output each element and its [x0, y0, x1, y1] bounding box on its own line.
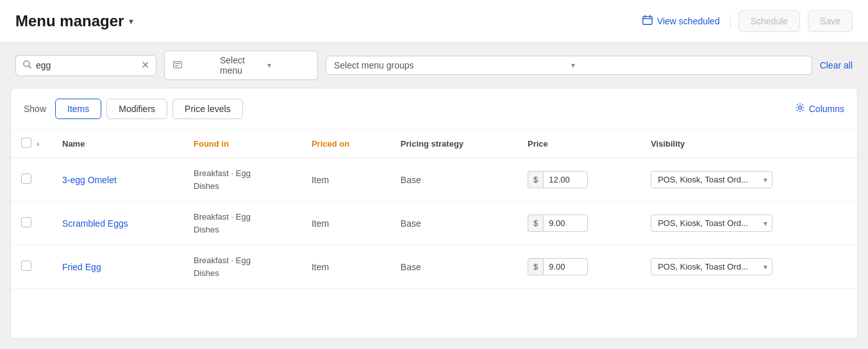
- table-header-row: › Name Found in Priced on Pricing strate…: [11, 130, 857, 158]
- svg-point-3: [798, 106, 801, 110]
- row-price-cell: $: [517, 245, 640, 289]
- row-checkbox-cell: [11, 158, 34, 202]
- table-row: Fried Egg Breakfast · Egg Dishes Item Ba…: [11, 245, 857, 289]
- row-price-cell: $: [517, 202, 640, 245]
- visibility-dropdown-wrapper: POS, Kiosk, Toast Ord...: [651, 215, 772, 232]
- calendar-icon: [642, 14, 653, 28]
- item-name-link[interactable]: Fried Egg: [62, 262, 101, 272]
- menu-icon: [172, 60, 215, 72]
- table-row: Scrambled Eggs Breakfast · Egg Dishes It…: [11, 202, 857, 245]
- row-visibility-cell: POS, Kiosk, Toast Ord...: [640, 202, 857, 245]
- row-checkbox[interactable]: [21, 174, 31, 184]
- expand-all-icon[interactable]: ›: [37, 139, 39, 149]
- select-groups-placeholder: Select menu groups: [334, 60, 566, 70]
- row-checkbox[interactable]: [21, 217, 31, 227]
- found-in-text: Breakfast · Egg Dishes: [194, 254, 291, 279]
- row-pricing-strategy-cell: Base: [390, 245, 517, 289]
- table-row: 3-egg Omelet Breakfast · Egg Dishes Item…: [11, 158, 857, 202]
- dollar-sign: $: [528, 215, 543, 232]
- th-expand: ›: [34, 130, 52, 158]
- th-pricing-strategy: Pricing strategy: [390, 130, 517, 158]
- th-found-in: Found in: [183, 130, 301, 158]
- show-label: Show: [24, 104, 46, 114]
- clear-search-icon[interactable]: ✕: [141, 60, 149, 70]
- price-input[interactable]: [543, 258, 588, 275]
- row-expand-cell: [34, 202, 52, 245]
- row-visibility-cell: POS, Kiosk, Toast Ord...: [640, 245, 857, 289]
- price-input[interactable]: [543, 215, 588, 232]
- view-scheduled-label: View scheduled: [657, 16, 720, 26]
- price-input-group: $: [528, 215, 630, 232]
- tab-modifiers[interactable]: Modifiers: [106, 99, 167, 119]
- save-button[interactable]: Save: [808, 10, 853, 32]
- tab-items[interactable]: Items: [55, 99, 101, 119]
- th-price: Price: [517, 130, 640, 158]
- row-visibility-cell: POS, Kiosk, Toast Ord...: [640, 158, 857, 202]
- item-name-link[interactable]: Scrambled Eggs: [62, 218, 128, 229]
- page-title: Menu manager: [15, 12, 124, 30]
- select-menu-placeholder: Select menu: [220, 55, 262, 76]
- top-actions: View scheduled Schedule Save: [642, 10, 853, 32]
- row-priced-on-cell: Item: [301, 158, 390, 202]
- show-bar: Show Items Modifiers Price levels Column…: [11, 88, 857, 130]
- th-checkbox: [11, 130, 34, 158]
- row-found-in-cell: Breakfast · Egg Dishes: [183, 202, 301, 245]
- visibility-dropdown-wrapper: POS, Kiosk, Toast Ord...: [651, 171, 772, 188]
- th-visibility: Visibility: [640, 130, 857, 158]
- row-pricing-strategy-cell: Base: [390, 202, 517, 245]
- visibility-select[interactable]: POS, Kiosk, Toast Ord...: [651, 171, 772, 188]
- row-checkbox-cell: [11, 202, 34, 245]
- visibility-select[interactable]: POS, Kiosk, Toast Ord...: [651, 258, 772, 275]
- tab-price-levels[interactable]: Price levels: [172, 99, 243, 119]
- items-table: › Name Found in Priced on Pricing strate…: [11, 130, 857, 289]
- main-content-card: Show Items Modifiers Price levels Column…: [10, 88, 858, 339]
- row-name-cell: Scrambled Eggs: [52, 202, 183, 245]
- row-expand-cell: [34, 245, 52, 289]
- schedule-button[interactable]: Schedule: [739, 10, 800, 32]
- select-menu-dropdown[interactable]: Select menu ▾: [164, 51, 318, 80]
- found-in-text: Breakfast · Egg Dishes: [194, 211, 291, 236]
- select-groups-arrow-icon: ▾: [571, 61, 803, 70]
- row-found-in-cell: Breakfast · Egg Dishes: [183, 158, 301, 202]
- dollar-sign: $: [528, 258, 543, 275]
- row-priced-on-cell: Item: [301, 202, 390, 245]
- select-groups-dropdown[interactable]: Select menu groups ▾: [326, 56, 812, 75]
- row-priced-on-cell: Item: [301, 245, 390, 289]
- search-icon: [22, 60, 32, 72]
- price-input-group: $: [528, 258, 630, 275]
- svg-rect-0: [643, 17, 652, 25]
- row-expand-cell: [34, 158, 52, 202]
- clear-all-button[interactable]: Clear all: [820, 60, 853, 70]
- row-pricing-strategy-cell: Base: [390, 158, 517, 202]
- row-name-cell: Fried Egg: [52, 245, 183, 289]
- dollar-sign: $: [528, 171, 543, 188]
- top-bar: Menu manager ▾ View scheduled Schedule S…: [0, 0, 868, 43]
- item-name-link[interactable]: 3-egg Omelet: [62, 175, 117, 185]
- title-dropdown-icon[interactable]: ▾: [129, 16, 133, 26]
- table-container: › Name Found in Priced on Pricing strate…: [11, 130, 857, 289]
- title-area: Menu manager ▾: [15, 12, 133, 30]
- row-checkbox-cell: [11, 245, 34, 289]
- svg-rect-2: [174, 61, 182, 68]
- columns-label: Columns: [809, 104, 844, 114]
- found-in-text: Breakfast · Egg Dishes: [194, 167, 291, 192]
- select-menu-arrow-icon: ▾: [267, 61, 310, 70]
- visibility-dropdown-wrapper: POS, Kiosk, Toast Ord...: [651, 258, 772, 275]
- row-found-in-cell: Breakfast · Egg Dishes: [183, 245, 301, 289]
- th-priced-on: Priced on: [301, 130, 390, 158]
- row-name-cell: 3-egg Omelet: [52, 158, 183, 202]
- row-checkbox[interactable]: [21, 261, 31, 271]
- row-price-cell: $: [517, 158, 640, 202]
- search-box[interactable]: ✕: [15, 55, 156, 76]
- price-input[interactable]: [543, 171, 588, 188]
- show-tabs: Items Modifiers Price levels: [55, 99, 243, 119]
- view-scheduled-button[interactable]: View scheduled: [642, 14, 731, 28]
- th-name: Name: [52, 130, 183, 158]
- filter-bar: ✕ Select menu ▾ Select menu groups ▾ Cle…: [0, 43, 868, 88]
- visibility-select[interactable]: POS, Kiosk, Toast Ord...: [651, 215, 772, 232]
- gear-icon: [795, 102, 805, 115]
- columns-button[interactable]: Columns: [795, 102, 844, 115]
- svg-point-1: [24, 60, 29, 66]
- search-input[interactable]: [36, 60, 137, 70]
- select-all-checkbox[interactable]: [21, 138, 31, 148]
